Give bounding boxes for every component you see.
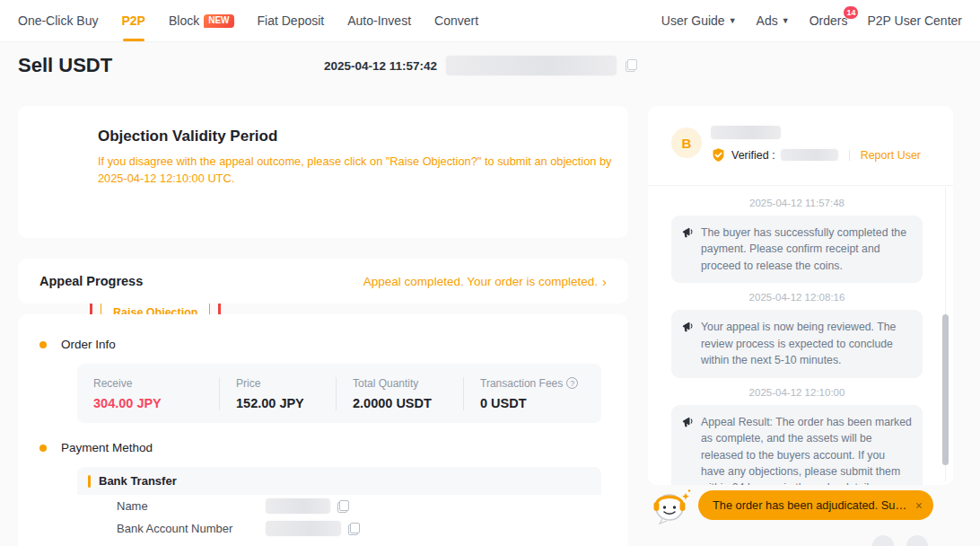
quantity-column: Total Quantity 2.0000 USDT [336,377,463,410]
chevron-down-icon: ▼ [729,16,737,25]
nav-p2p-user-center[interactable]: P2P User Center [867,13,962,28]
top-navigation: One-Click Buy P2P Block NEW Fiat Deposit… [0,0,980,42]
receive-label: Receive [93,377,203,390]
chat-timestamp: 2025-04-12 12:08:16 [671,292,923,303]
scrollbar-thumb[interactable] [942,314,949,465]
verified-value-redacted [781,149,838,161]
chevron-right-icon: › [602,275,607,288]
nav-block-label: Block [169,13,199,28]
copy-icon[interactable] [626,59,637,72]
objection-description: If you disagree with the appeal outcome,… [98,154,614,187]
appeal-status-link[interactable]: Appeal completed. Your order is complete… [363,275,607,288]
accent-bar [88,475,91,488]
page-header: Sell USDT 2025-04-12 11:57:42 [18,54,637,77]
order-created-time: 2025-04-12 11:57:42 [324,59,437,73]
receive-value: 304.00 JPY [93,396,203,410]
order-detail-card: Order Info Receive 304.00 JPY Price 152.… [18,314,628,546]
announcement-icon [682,321,695,333]
verified-row: Verified : Report User [711,147,921,163]
objection-title: Objection Validity Period [98,128,614,145]
chat-message-text: The buyer has successfully completed the… [701,225,912,274]
nav-fiat-deposit[interactable]: Fiat Deposit [258,0,325,41]
nav-left: One-Click Buy P2P Block NEW Fiat Deposit… [18,0,478,41]
quantity-value: 2.0000 USDT [353,396,447,410]
page-title: Sell USDT [18,54,112,77]
payment-method-label: Payment Method [61,441,153,454]
nav-p2p[interactable]: P2P [121,0,144,41]
close-icon[interactable]: × [915,498,923,513]
hidden-action-circle[interactable] [872,535,894,546]
quantity-label: Total Quantity [353,377,447,390]
bullet-dot-icon [39,445,47,452]
name-label: Name [117,499,266,513]
announcement-icon [682,416,695,428]
user-guide-label: User Guide [661,13,725,28]
chat-message: The buyer has successfully completed the… [671,216,923,283]
nav-user-guide[interactable]: User Guide ▼ [661,13,737,28]
payment-account-row: Bank Account Number [77,517,601,540]
chat-message-text: Appeal Result: The order has been marked… [701,414,912,485]
bank-account-number-label: Bank Account Number [117,522,266,535]
price-column: Price 152.00 JPY [219,377,336,410]
hidden-action-circle[interactable] [906,535,928,546]
help-icon[interactable]: ? [566,377,578,389]
chat-message: Appeal Result: The order has been marked… [671,405,923,485]
chat-message-list[interactable]: 2025-04-12 11:57:48 The buyer has succes… [648,185,953,485]
receive-column: Receive 304.00 JPY [77,377,219,410]
chat-timestamp: 2025-04-12 11:57:48 [671,198,923,208]
payment-method-section-header: Payment Method [39,441,153,454]
account-value-redacted [266,521,341,536]
orders-count-badge: 14 [843,5,859,20]
order-info-box: Receive 304.00 JPY Price 152.00 JPY Tota… [77,364,601,423]
fees-column: Transaction Fees ? 0 USDT [463,377,601,410]
nav-block[interactable]: Block NEW [169,0,234,41]
fees-value: 0 USDT [480,396,585,410]
counterparty-avatar[interactable]: B [671,128,702,158]
verified-label: Verified : [731,149,775,162]
chat-message-text: Your appeal is now being reviewed. The r… [701,319,912,368]
name-value-redacted [266,498,330,514]
nav-convert[interactable]: Convert [434,0,478,41]
report-user-link[interactable]: Report User [861,149,921,162]
chat-header: B Verified : Report User [648,106,953,185]
adjudication-toast: The order has been adjudicated. Submi...… [648,488,953,524]
appeal-status-text: Appeal completed. Your order is complete… [363,275,598,288]
orders-label: Orders [809,13,848,28]
copy-icon[interactable] [337,500,349,513]
bank-transfer-label: Bank Transfer [99,474,177,488]
price-value: 152.00 JPY [236,396,319,410]
order-meta: 2025-04-12 11:57:42 [324,56,637,75]
chevron-down-icon: ▼ [782,16,790,25]
order-number-redacted [446,56,617,75]
chat-timestamp: 2025-04-12 12:10:00 [671,387,923,398]
announcement-icon [682,226,695,239]
copy-icon[interactable] [348,523,360,535]
order-info-section-header: Order Info [39,338,116,351]
support-mascot-icon [652,488,691,525]
new-badge: NEW [204,14,233,28]
verified-shield-icon [711,147,726,163]
payment-name-row: Name [77,495,601,517]
divider [849,150,850,161]
bullet-dot-icon [39,341,47,348]
order-info-label: Order Info [61,338,116,351]
appeal-progress-label: Appeal Progress [39,274,143,288]
bank-transfer-header: Bank Transfer [77,467,601,495]
fees-label: Transaction Fees [480,377,563,390]
nav-orders[interactable]: Orders 14 [809,13,848,28]
toast-pill: The order has been adjudicated. Submi...… [698,490,933,520]
nav-ads[interactable]: Ads ▼ [757,13,790,28]
toast-message: The order has been adjudicated. Submi... [713,498,908,512]
counterparty-name-redacted [711,126,781,139]
price-label: Price [236,377,319,390]
nav-one-click-buy[interactable]: One-Click Buy [18,0,98,41]
payment-fields: Name Bank Account Number [77,495,601,540]
nav-auto-invest[interactable]: Auto-Invest [347,0,411,41]
objection-body: Objection Validity Period If you disagre… [98,128,614,187]
objection-validity-card: ! Objection Validity Period If you disag… [18,106,628,238]
ads-label: Ads [757,13,778,28]
nav-right: User Guide ▼ Ads ▼ Orders 14 P2P User Ce… [661,13,962,28]
chat-panel: B Verified : Report User 2025-04-12 11:5… [648,106,953,485]
chat-message: Your appeal is now being reviewed. The r… [671,310,923,377]
appeal-progress-card: Appeal Progress Appeal completed. Your o… [18,259,628,304]
